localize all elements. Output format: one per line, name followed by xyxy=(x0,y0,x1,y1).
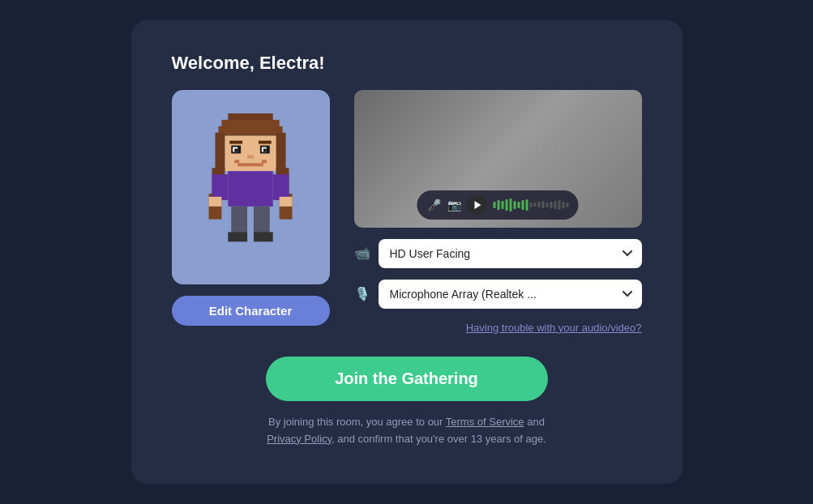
audio-bar xyxy=(498,200,500,210)
left-panel: Edit Character xyxy=(172,90,330,326)
video-controls: 🎤 📷 xyxy=(417,190,579,220)
svg-rect-15 xyxy=(262,160,267,163)
svg-rect-10 xyxy=(229,140,242,143)
svg-rect-25 xyxy=(209,197,222,207)
audio-bar xyxy=(554,201,557,209)
audio-bar xyxy=(518,202,520,208)
audio-bar xyxy=(522,200,524,210)
svg-rect-30 xyxy=(254,232,273,241)
audio-bar xyxy=(514,201,516,209)
audio-bar xyxy=(530,203,533,207)
play-button[interactable] xyxy=(468,195,487,215)
camera-icon[interactable]: 📷 xyxy=(447,199,461,211)
svg-rect-13 xyxy=(237,163,263,166)
camera-select[interactable]: HD User Facing Default Camera xyxy=(379,239,642,268)
modal-container: Welcome, Electra! xyxy=(131,20,682,485)
camera-select-row: 📹 HD User Facing Default Camera xyxy=(354,239,642,268)
audio-bars xyxy=(494,199,569,211)
avatar-sprite xyxy=(198,110,303,264)
video-preview: 🎤 📷 xyxy=(354,90,642,228)
avatar-box xyxy=(172,90,330,284)
svg-rect-26 xyxy=(280,197,293,207)
privacy-policy-link[interactable]: Privacy Policy xyxy=(267,433,332,445)
audio-bar xyxy=(542,201,545,208)
top-section: Edit Character 🎤 📷 📹 HD User Facing xyxy=(172,90,642,334)
terms-of-service-link[interactable]: Terms of Service xyxy=(446,416,524,428)
character-svg xyxy=(198,110,303,264)
svg-rect-22 xyxy=(228,171,272,207)
trouble-link[interactable]: Having trouble with your audio/video? xyxy=(354,322,642,334)
audio-bar xyxy=(506,199,508,211)
svg-rect-9 xyxy=(263,148,267,152)
audio-bar xyxy=(502,201,504,209)
svg-rect-11 xyxy=(259,140,272,143)
right-panel: 🎤 📷 📹 HD User Facing Default Camera � xyxy=(354,90,642,334)
camera-device-icon: 📹 xyxy=(354,246,370,261)
edit-character-button[interactable]: Edit Character xyxy=(172,296,330,326)
svg-rect-28 xyxy=(254,206,270,235)
svg-rect-29 xyxy=(228,232,247,241)
audio-bar xyxy=(538,202,541,207)
play-triangle-icon xyxy=(475,201,481,209)
mic-device-icon: 🎙️ xyxy=(354,286,370,301)
svg-rect-12 xyxy=(247,155,254,158)
terms-text: By joining this room, you agree to our T… xyxy=(172,414,642,448)
audio-bar xyxy=(546,203,549,207)
audio-bar xyxy=(563,202,565,208)
svg-rect-17 xyxy=(276,132,286,171)
svg-rect-23 xyxy=(212,174,229,200)
svg-rect-8 xyxy=(234,148,237,152)
audio-bar xyxy=(494,202,496,208)
svg-rect-16 xyxy=(215,132,225,171)
join-button[interactable]: Join the Gathering xyxy=(266,357,548,401)
audio-bar xyxy=(550,202,553,208)
audio-bar xyxy=(510,199,512,211)
audio-bar xyxy=(558,200,561,210)
welcome-title: Welcome, Electra! xyxy=(172,53,642,74)
svg-rect-14 xyxy=(234,160,239,163)
microphone-select[interactable]: Microphone Array (Realtek ... Default Mi… xyxy=(379,280,642,309)
mic-select-row: 🎙️ Microphone Array (Realtek ... Default… xyxy=(354,280,642,309)
svg-rect-27 xyxy=(231,206,247,235)
microphone-icon[interactable]: 🎤 xyxy=(427,199,441,211)
svg-rect-24 xyxy=(273,174,289,200)
audio-bar xyxy=(567,203,569,207)
audio-bar xyxy=(526,199,528,211)
svg-rect-2 xyxy=(218,126,282,135)
audio-bar xyxy=(534,203,537,207)
